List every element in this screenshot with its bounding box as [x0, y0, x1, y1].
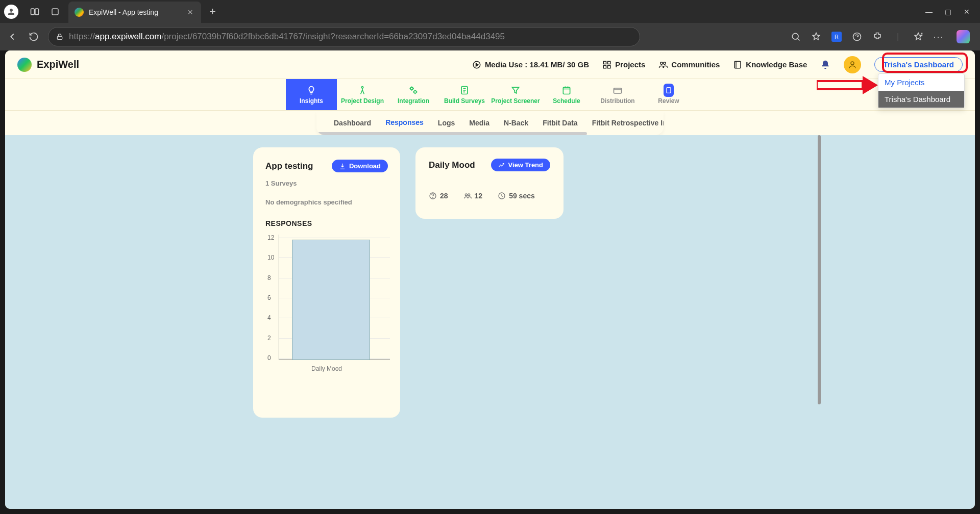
survey-card: Daily Mood View Trend 28 12 59 secs — [415, 147, 564, 219]
scroll-indicator[interactable] — [818, 135, 821, 404]
stage-distribution[interactable]: Distribution — [592, 79, 643, 110]
compass-icon — [357, 85, 368, 95]
project-title: App testing — [265, 161, 313, 171]
nav-knowledge-base[interactable]: Knowledge Base — [733, 60, 807, 69]
app-viewport: ExpiWell Media Use : 18.41 MB/ 30 GB Pro… — [5, 50, 975, 509]
stat-duration: 59 secs — [498, 192, 535, 200]
view-trend-button[interactable]: View Trend — [491, 159, 550, 171]
stat-responses: 28 — [429, 192, 448, 200]
stage-integration[interactable]: Integration — [388, 79, 439, 110]
ext-2-icon[interactable] — [851, 31, 863, 42]
svg-point-19 — [410, 87, 413, 90]
trend-icon — [498, 162, 505, 169]
subtab-fitbit[interactable]: Fitbit Data — [535, 111, 584, 135]
back-icon[interactable] — [5, 30, 19, 44]
stage-project-design[interactable]: Project Design — [337, 79, 388, 110]
svg-text:R: R — [835, 34, 839, 40]
svg-rect-1 — [35, 9, 39, 15]
svg-point-28 — [468, 194, 470, 196]
download-button[interactable]: Download — [332, 160, 388, 172]
svg-point-14 — [664, 62, 666, 64]
brand-name: ExpiWell — [37, 59, 79, 70]
notifications-icon[interactable] — [820, 60, 830, 70]
tab-favicon-icon — [75, 8, 84, 17]
dropdown-trisha-dashboard[interactable]: Trisha's Dashboard — [878, 91, 964, 108]
brand-logo[interactable]: ExpiWell — [17, 58, 79, 72]
svg-point-27 — [465, 194, 467, 196]
play-icon — [472, 60, 481, 69]
clipboard-icon — [664, 85, 674, 95]
subtabs-container: Dashboard Responses Logs Media N-Back Fi… — [5, 111, 975, 135]
close-window-icon[interactable]: ✕ — [964, 8, 970, 16]
subtab-fitbit-intraday[interactable]: Fitbit Retrospective Intraday Data — [585, 111, 664, 135]
media-use[interactable]: Media Use : 18.41 MB/ 30 GB — [472, 60, 589, 69]
browser-tab[interactable]: ExpiWell - App testing × — [68, 2, 201, 23]
project-summary-card: App testing Download 1 Surveys No demogr… — [253, 147, 400, 418]
subtab-responses[interactable]: Responses — [378, 111, 431, 135]
window-controls: — ▢ ✕ — [919, 8, 976, 16]
subtab-dashboard[interactable]: Dashboard — [327, 111, 378, 135]
workspaces-icon[interactable] — [29, 6, 41, 18]
demographics-text: No demographics specified — [265, 198, 388, 206]
extensions-icon[interactable] — [872, 31, 883, 42]
svg-rect-2 — [52, 9, 58, 15]
stage-review[interactable]: Review — [643, 79, 694, 110]
dropdown-my-projects[interactable]: My Projects — [878, 74, 964, 91]
address-bar[interactable]: https://app.expiwell.com/project/67039b7… — [48, 27, 640, 46]
subtab-nback[interactable]: N-Back — [497, 111, 535, 135]
grid-icon — [602, 60, 611, 69]
svg-rect-3 — [57, 36, 62, 39]
surveys-count: 1 Surveys — [265, 179, 388, 187]
svg-point-20 — [414, 90, 416, 93]
download-icon — [339, 163, 346, 170]
svg-point-18 — [361, 86, 363, 88]
svg-rect-15 — [734, 61, 741, 68]
responses-chart: 024681012 Daily Mood — [265, 235, 388, 372]
new-tab-icon[interactable]: + — [209, 5, 216, 18]
favorites-list-icon[interactable] — [913, 31, 924, 42]
book-icon — [733, 60, 742, 69]
minimize-icon[interactable]: — — [925, 8, 933, 16]
question-icon — [429, 192, 437, 200]
stage-schedule[interactable]: Schedule — [541, 79, 592, 110]
svg-rect-0 — [31, 9, 35, 15]
insight-subtabs: Dashboard Responses Logs Media N-Back Fi… — [316, 111, 664, 135]
favorite-icon[interactable] — [811, 31, 822, 42]
copilot-icon[interactable] — [957, 30, 970, 43]
tab-close-icon[interactable]: × — [187, 7, 193, 18]
stage-insights[interactable]: Insights — [286, 79, 337, 110]
content-area: App testing Download 1 Surveys No demogr… — [5, 135, 975, 509]
svg-point-16 — [851, 62, 854, 65]
dashboard-selector[interactable]: Trisha's Dashboard — [874, 57, 963, 72]
gears-icon — [408, 85, 419, 95]
subtab-logs[interactable]: Logs — [431, 111, 462, 135]
nav-projects[interactable]: Projects — [602, 60, 645, 69]
browser-profile-icon[interactable] — [4, 5, 18, 19]
svg-rect-10 — [608, 61, 610, 64]
svg-point-4 — [792, 33, 798, 39]
people-icon — [658, 60, 668, 69]
app-header: ExpiWell Media Use : 18.41 MB/ 30 GB Pro… — [5, 50, 975, 79]
subtab-media[interactable]: Media — [462, 111, 497, 135]
stage-project-screener[interactable]: Project Screener — [490, 79, 541, 110]
ext-1-icon[interactable]: R — [831, 31, 842, 42]
more-icon[interactable]: ··· — [933, 31, 944, 42]
wallet-icon — [612, 85, 623, 95]
nav-communities[interactable]: Communities — [658, 60, 720, 69]
refresh-icon[interactable] — [27, 30, 41, 44]
calendar-icon — [561, 85, 572, 95]
svg-point-26 — [433, 197, 433, 198]
stage-build-surveys[interactable]: Build Surveys — [439, 79, 490, 110]
svg-rect-24 — [667, 87, 671, 93]
url-text: https://app.expiwell.com/project/67039b7… — [69, 32, 505, 42]
maximize-icon[interactable]: ▢ — [945, 8, 951, 16]
user-avatar-icon[interactable] — [844, 56, 861, 73]
dashboard-dropdown: My Projects Trisha's Dashboard — [878, 73, 965, 108]
filter-icon — [510, 85, 521, 95]
svg-rect-9 — [603, 61, 606, 64]
tab-actions-icon[interactable] — [49, 6, 61, 18]
lightbulb-icon — [306, 85, 316, 95]
zoom-icon[interactable] — [790, 31, 801, 42]
form-icon — [459, 85, 470, 95]
chart-x-label: Daily Mood — [265, 365, 388, 372]
